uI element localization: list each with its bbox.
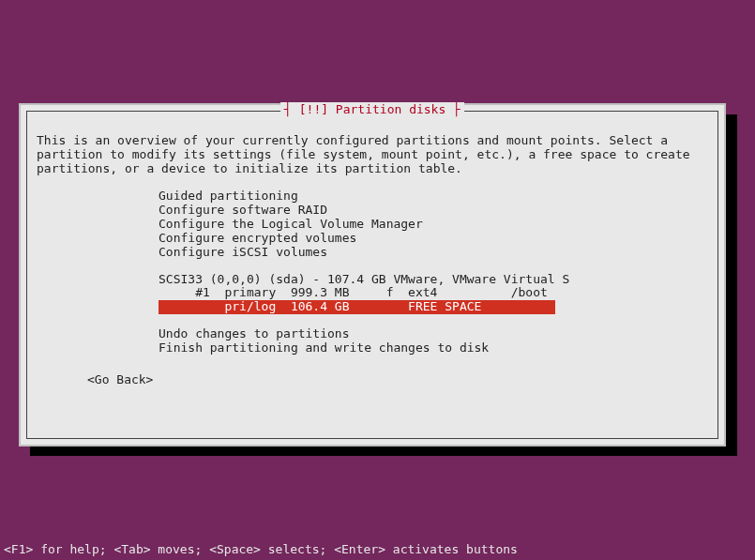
menu-configure-lvm[interactable]: Configure the Logical Volume Manager xyxy=(159,218,708,232)
disk-header[interactable]: SCSI33 (0,0,0) (sda) - 107.4 GB VMware, … xyxy=(159,273,708,287)
dialog-inner: ┤ [!!] Partition disks ├ This is an over… xyxy=(26,111,718,439)
menu-configure-iscsi[interactable]: Configure iSCSI volumes xyxy=(159,246,708,260)
dialog-title: ┤ [!!] Partition disks ├ xyxy=(280,102,464,116)
menu-guided-partitioning[interactable]: Guided partitioning xyxy=(159,189,708,204)
footer-help-text: <F1> for help; <Tab> moves; <Space> sele… xyxy=(4,542,518,556)
menu-finish-partitioning[interactable]: Finish partitioning and write changes to… xyxy=(159,341,708,356)
menu-undo-changes[interactable]: Undo changes to partitions xyxy=(159,327,708,341)
description-text: This is an overview of your currently co… xyxy=(37,134,708,176)
menu-configure-encrypted[interactable]: Configure encrypted volumes xyxy=(159,232,708,246)
partition-freespace-selected[interactable]: pri/log 106.4 GB FREE SPACE xyxy=(159,300,555,314)
menu-configure-raid[interactable]: Configure software RAID xyxy=(159,204,708,218)
dialog-title-text: [!!] Partition disks xyxy=(299,102,446,116)
config-menu-section: Guided partitioning Configure software R… xyxy=(159,189,708,260)
partition-1[interactable]: #1 primary 999.3 MB f ext4 /boot xyxy=(159,286,708,300)
partition-dialog: ┤ [!!] Partition disks ├ This is an over… xyxy=(19,103,726,446)
go-back-button[interactable]: <Go Back> xyxy=(87,372,708,386)
action-menu-section: Undo changes to partitions Finish partit… xyxy=(159,327,708,356)
disk-section: SCSI33 (0,0,0) (sda) - 107.4 GB VMware, … xyxy=(159,273,708,315)
